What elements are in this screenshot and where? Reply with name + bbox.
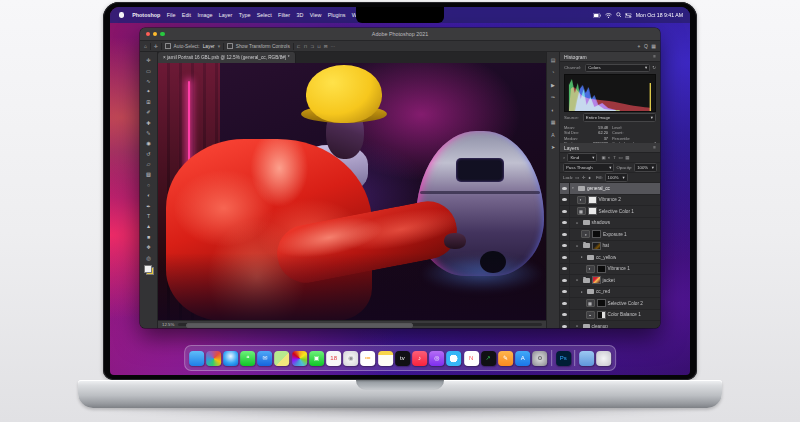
- libraries-panel-icon[interactable]: ▦: [551, 119, 556, 126]
- wifi-icon[interactable]: [605, 13, 612, 18]
- dodge-tool[interactable]: ◐: [140, 190, 157, 200]
- move-tool-icon[interactable]: ✛: [154, 44, 158, 49]
- disclosure-icon[interactable]: ▸: [581, 255, 585, 259]
- layer-row-shadows[interactable]: ▸shadows: [560, 218, 660, 230]
- brush-tool[interactable]: ✎: [140, 128, 157, 138]
- hand-tool[interactable]: ❖: [140, 242, 157, 252]
- dock-notes-icon[interactable]: [378, 351, 393, 366]
- layer-row-vibrance-1[interactable]: ◐Vibrance 1: [560, 264, 660, 276]
- dock-pages-icon[interactable]: ✎: [498, 351, 513, 366]
- disclosure-icon[interactable]: ▸: [577, 221, 581, 225]
- visibility-toggle[interactable]: [560, 241, 570, 252]
- dock-photoshop-icon[interactable]: Ps: [556, 351, 571, 366]
- disclosure-icon[interactable]: ▸: [581, 290, 585, 294]
- auto-select-value[interactable]: Layer: [203, 44, 215, 49]
- clone-stamp-tool[interactable]: ◉: [140, 138, 157, 148]
- path-selection-tool[interactable]: ▲: [140, 221, 157, 231]
- pen-tool[interactable]: ✒: [140, 200, 157, 210]
- dock-messages-icon[interactable]: ❝: [240, 351, 255, 366]
- search-icon[interactable]: [616, 12, 622, 18]
- visibility-toggle[interactable]: [560, 275, 570, 286]
- layer-row-cc_yellow[interactable]: ▸cc_yellow: [560, 252, 660, 264]
- type-tool[interactable]: T: [140, 211, 157, 221]
- filter-type-icon-4[interactable]: ▦: [625, 155, 629, 160]
- visibility-toggle[interactable]: [560, 218, 570, 229]
- auto-select-checkbox[interactable]: [165, 43, 171, 49]
- eraser-tool[interactable]: ▱: [140, 159, 157, 169]
- adjustments-panel-icon[interactable]: ◐: [551, 106, 554, 113]
- minimize-button[interactable]: [153, 32, 157, 36]
- layer-row-exposure-1[interactable]: ◑Exposure 1: [560, 229, 660, 241]
- filter-type-icon-2[interactable]: T: [613, 155, 616, 160]
- color-swatches[interactable]: [144, 265, 154, 275]
- visibility-toggle[interactable]: [560, 264, 570, 275]
- properties-panel-icon[interactable]: ◔: [551, 69, 554, 76]
- dock-news-icon[interactable]: N: [464, 351, 479, 366]
- zoom-level[interactable]: 12.5%: [162, 322, 174, 327]
- show-transform-checkbox[interactable]: [227, 43, 233, 49]
- menu-clock[interactable]: Mon Oct 18 9:41 AM: [636, 12, 683, 18]
- layer-row-general_cc[interactable]: ▾general_cc: [560, 183, 660, 195]
- layers-panel-menu-icon[interactable]: ≡: [653, 145, 656, 150]
- battery-icon[interactable]: [593, 13, 601, 18]
- dock-reminders-icon[interactable]: ≔: [361, 351, 376, 366]
- align-icon-1[interactable]: ⊓: [304, 44, 308, 49]
- align-icon-4[interactable]: ⊟: [324, 44, 328, 49]
- layer-row-color-balance-1[interactable]: ◒Color Balance 1: [560, 310, 660, 322]
- character-panel-icon[interactable]: A: [551, 131, 554, 138]
- visibility-toggle[interactable]: [560, 252, 570, 263]
- layer-row-selective-color-2[interactable]: ▦Selective Color 2: [560, 298, 660, 310]
- align-icon-5[interactable]: ⋯: [331, 44, 336, 49]
- brushes-panel-icon[interactable]: ✑: [551, 94, 555, 101]
- disclosure-icon[interactable]: ▸: [577, 244, 581, 248]
- filter-type-icon-0[interactable]: ▣: [601, 155, 605, 160]
- blur-tool[interactable]: ○: [140, 180, 157, 190]
- dock-music-icon[interactable]: ♪: [412, 351, 427, 366]
- disclosure-icon[interactable]: ▸: [577, 324, 581, 328]
- fill-select[interactable]: 100%▾: [605, 173, 628, 182]
- menu-photoshop[interactable]: Photoshop: [129, 12, 164, 18]
- zoom-tool[interactable]: ◎: [140, 252, 157, 262]
- lock-icon-0[interactable]: ▭: [575, 175, 579, 180]
- options-right-icon-0[interactable]: ⌖: [638, 43, 641, 50]
- close-button[interactable]: [146, 32, 150, 36]
- menu-view[interactable]: View: [307, 12, 325, 18]
- dock-photos-icon[interactable]: [292, 351, 307, 366]
- visibility-toggle[interactable]: [560, 321, 570, 328]
- horizontal-scrollbar[interactable]: [178, 323, 542, 326]
- channel-select[interactable]: Colors▾: [585, 64, 650, 73]
- align-icon-0[interactable]: ⊏: [297, 44, 301, 49]
- window-titlebar[interactable]: Adobe Photoshop 2021: [140, 28, 660, 41]
- menu-select[interactable]: Select: [254, 12, 275, 18]
- align-icon-2[interactable]: ⊐: [310, 44, 314, 49]
- lasso-tool[interactable]: ∿: [140, 76, 157, 86]
- histogram-refresh-icon[interactable]: ↻: [652, 65, 656, 70]
- dock-facetime-icon[interactable]: ▣: [309, 351, 324, 366]
- dock-launchpad-icon[interactable]: [206, 351, 221, 366]
- menu-filter[interactable]: Filter: [275, 12, 293, 18]
- menu-plugins[interactable]: Plugins: [325, 12, 349, 18]
- visibility-toggle[interactable]: [560, 183, 570, 194]
- align-icon-3[interactable]: ⊔: [317, 44, 321, 49]
- histogram-panel-menu-icon[interactable]: ≡: [653, 54, 656, 59]
- visibility-toggle[interactable]: [560, 206, 570, 217]
- disclosure-icon[interactable]: ▸: [577, 278, 581, 282]
- color-panel-icon[interactable]: ▤: [551, 56, 556, 63]
- foreground-color[interactable]: [144, 265, 152, 273]
- dock-maps-icon[interactable]: [275, 351, 290, 366]
- visibility-toggle[interactable]: [560, 298, 570, 309]
- visibility-toggle[interactable]: [560, 310, 570, 321]
- filter-type-icon-3[interactable]: ▭: [618, 155, 622, 160]
- dock-app-store-icon[interactable]: A: [515, 351, 530, 366]
- dock-contacts-icon[interactable]: ◉: [343, 351, 358, 366]
- control-center-icon[interactable]: [625, 13, 632, 18]
- opacity-select[interactable]: 100%▾: [634, 163, 657, 172]
- healing-brush-tool[interactable]: ✚: [140, 117, 157, 127]
- visibility-toggle[interactable]: [560, 287, 570, 298]
- eyedropper-tool[interactable]: ✐: [140, 107, 157, 117]
- paths-panel-icon[interactable]: ➤: [551, 144, 555, 151]
- zoom-window-button[interactable]: [160, 32, 164, 36]
- dock-downloads-folder-icon[interactable]: [579, 351, 594, 366]
- options-right-icon-1[interactable]: Q: [644, 43, 648, 50]
- apple-menu-icon[interactable]: [119, 12, 124, 18]
